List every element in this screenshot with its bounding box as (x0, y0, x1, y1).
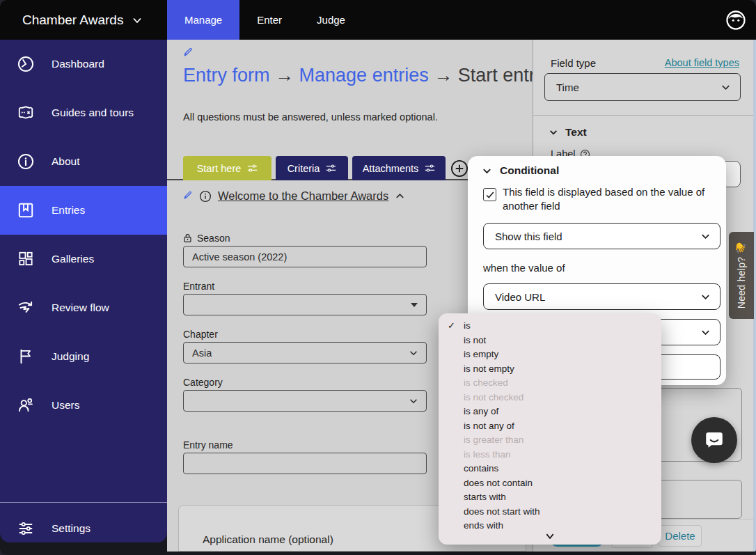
sidebar-item-settings[interactable]: Settings (0, 504, 167, 553)
breadcrumb-manage-entries-link[interactable]: Manage entries (299, 65, 429, 86)
field-type-label: Field type (551, 57, 596, 69)
about-field-types-link[interactable]: About field types (665, 57, 739, 68)
chevron-down-icon (549, 127, 558, 137)
section-title-link[interactable]: Welcome to the Chamber Awards (218, 189, 388, 203)
sidebar-item-entries[interactable]: Entries (0, 186, 167, 235)
sidebar-item-label: Judging (52, 350, 89, 363)
conditional-action-select[interactable]: Show this field (483, 223, 720, 249)
field-type-select[interactable]: Time (544, 73, 741, 101)
user-avatar-icon[interactable] (725, 10, 746, 31)
top-nav-judge[interactable]: Judge (299, 0, 363, 40)
sidebar: Dashboard Guides and tours About Entries… (0, 40, 167, 542)
tab-attachments[interactable]: Attachments (352, 156, 446, 180)
chevron-down-icon (700, 231, 711, 244)
menu-item-label: is not (464, 335, 486, 345)
entry-name-input[interactable] (183, 453, 427, 474)
delete-label: Delete (665, 530, 695, 542)
chapter-select[interactable]: Asia (183, 342, 427, 364)
sidebar-item-label: Dashboard (52, 58, 104, 70)
text-section-header[interactable]: Text (549, 126, 587, 139)
menu-item-does-not-start-with[interactable]: does not start with (439, 505, 661, 519)
entrant-combobox[interactable] (183, 294, 427, 315)
tab-criteria[interactable]: Criteria (276, 156, 348, 180)
menu-item-label: starts with (464, 492, 506, 502)
edit-section-icon[interactable] (183, 190, 193, 203)
lock-icon (183, 233, 192, 243)
menu-item-starts-with[interactable]: starts with (439, 490, 661, 505)
category-label: Category (183, 377, 223, 388)
tab-label: Start here (197, 163, 242, 174)
field-value: Video URL (495, 291, 545, 303)
sidebar-item-guides[interactable]: Guides and tours (0, 88, 167, 137)
menu-item-is-less-than: is less than (439, 448, 661, 462)
chevron-up-icon[interactable] (395, 191, 405, 201)
grid-icon (17, 250, 35, 268)
menu-item-is-not-empty[interactable]: is not empty (439, 362, 661, 377)
menu-item-is-greater-than: is greater than (439, 433, 661, 448)
sidebar-item-review-flow[interactable]: Review flow (0, 283, 167, 332)
chevron-down-icon (482, 166, 492, 176)
breadcrumb-entry-form-link[interactable]: Entry form (183, 65, 270, 86)
dashboard-icon (17, 55, 35, 73)
when-the-value-of-text: when the value of (483, 262, 565, 274)
conditional-checkbox[interactable] (483, 188, 496, 201)
menu-item-is-not[interactable]: is not (439, 334, 661, 348)
sidebar-item-dashboard[interactable]: Dashboard (0, 40, 167, 88)
field-label-text: Chapter (183, 329, 218, 340)
menu-item-is-empty[interactable]: is empty (439, 347, 661, 362)
menu-item-is-any-of[interactable]: is any of (439, 405, 661, 419)
add-tab-button[interactable] (450, 159, 469, 178)
top-nav-manage[interactable]: Manage (167, 0, 239, 40)
field-label-text: Category (183, 377, 223, 388)
map-icon (17, 104, 35, 122)
flag-icon (17, 347, 35, 366)
menu-item-is-checked: is checked (439, 376, 661, 391)
sidebar-item-label: Review flow (52, 302, 109, 314)
chevron-down-icon (700, 292, 711, 304)
menu-item-label: ends with (464, 520, 503, 531)
menu-item-does-not-contain[interactable]: does not contain (439, 476, 661, 491)
conditional-header[interactable]: Conditional (482, 164, 559, 177)
brand-name: Chamber Awards (22, 13, 123, 28)
tab-label: Criteria (288, 163, 320, 174)
chapter-label: Chapter (183, 329, 218, 340)
menu-item-label: is any of (464, 406, 498, 416)
conditional-title: Conditional (500, 164, 559, 177)
menu-item-contains[interactable]: contains (439, 462, 661, 476)
tab-start-here[interactable]: Start here (183, 156, 271, 180)
need-help-label: Need help? 👋 (736, 242, 747, 308)
category-select[interactable] (183, 390, 427, 412)
conditional-field-select[interactable]: Video URL (483, 283, 720, 310)
operator-dropdown-menu: ✓is is not is empty is not empty is chec… (439, 313, 661, 545)
brand-switcher[interactable]: Chamber Awards (22, 0, 143, 40)
arrow-separator: → (434, 65, 452, 86)
entry-name-label: Entry name (183, 439, 233, 451)
page-title: Entry form → Manage entries → Start entr… (183, 65, 544, 86)
menu-item-label: is not empty (464, 364, 514, 374)
sidebar-item-users[interactable]: Users (0, 381, 167, 430)
sliders-icon (17, 519, 35, 538)
top-nav-enter[interactable]: Enter (239, 0, 299, 40)
season-input[interactable]: Active season (2022) (183, 246, 427, 267)
field-type-value: Time (556, 81, 579, 93)
form-instructions: All questions must be answered, unless m… (183, 111, 438, 123)
menu-item-label: is less than (464, 449, 511, 460)
menu-item-is-not-any-of[interactable]: is not any of (439, 419, 661, 434)
field-label-text: Entrant (183, 281, 214, 292)
menu-item-label: contains (464, 463, 498, 474)
check-icon: ✓ (448, 319, 455, 334)
edit-title-icon[interactable] (183, 47, 194, 60)
need-help-tab[interactable]: Need help? 👋 (729, 232, 754, 319)
sidebar-item-about[interactable]: About (0, 137, 167, 186)
menu-item-label: does not contain (464, 478, 533, 488)
sidebar-item-galleries[interactable]: Galleries (0, 235, 167, 283)
menu-item-is[interactable]: ✓is (439, 319, 661, 334)
scroll-more-chevron-icon[interactable] (545, 531, 556, 543)
chapter-value: Asia (192, 347, 212, 359)
chat-launcher-button[interactable] (691, 417, 737, 463)
app-window: Chamber Awards Manage Enter Judge Dashbo… (0, 0, 756, 555)
sidebar-item-judging[interactable]: Judging (0, 332, 167, 381)
season-value: Active season (2022) (192, 251, 287, 263)
top-nav: Manage Enter Judge (167, 0, 363, 40)
delete-button[interactable]: Delete (659, 525, 702, 547)
